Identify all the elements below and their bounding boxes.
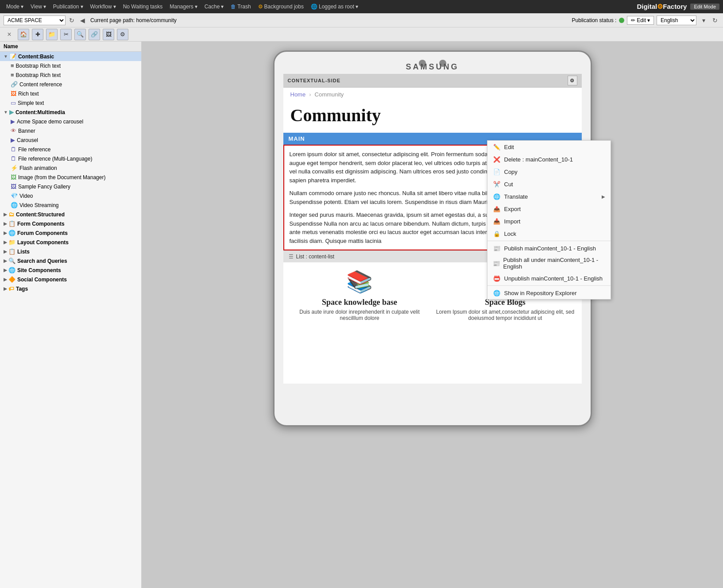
edit-page-button[interactable]: ✏ Edit ▾ [627, 16, 654, 25]
ctx-copy[interactable]: 📄 Copy [487, 165, 611, 178]
lang-refresh-icon[interactable]: ↻ [711, 16, 719, 25]
sidebar-item-rich-text[interactable]: 🖼 Rich text [0, 89, 141, 98]
sidebar-item-content-multimedia[interactable]: ▼ ▶ Content:Multimedia [0, 108, 141, 117]
sidebar-item-flash[interactable]: ⚡ Flash animation [0, 163, 141, 173]
ctx-publish-all[interactable]: 📰 Publish all under mainContent_10-1 - E… [487, 254, 611, 272]
acme-carousel-icon: ▶ [11, 118, 15, 125]
ctx-export-icon: 📤 [493, 205, 501, 213]
sidebar-item-layout-components[interactable]: ▶ 📁 Layout Components [0, 238, 141, 247]
ctx-delete[interactable]: ❌ Delete : mainContent_10-1 [487, 153, 611, 165]
ctx-unpublish-label: Unpublish mainContent_10-1 - English [504, 275, 603, 282]
app-logo: Digital⚙Factory [637, 3, 687, 11]
navigate-back-icon[interactable]: ◀ [78, 16, 87, 25]
view-label: View [31, 4, 42, 10]
cut-icon[interactable]: ✂ [60, 29, 72, 40]
ctx-repo-icon: 🌐 [493, 289, 501, 297]
sidebar-item-file-ref[interactable]: 🗒 File reference [0, 145, 141, 154]
ctx-translate[interactable]: 🌐 Translate ▶ [487, 190, 611, 203]
sidebar-item-carousel[interactable]: ▶ Carousel [0, 135, 141, 145]
ctx-lock[interactable]: 🔒 Lock [487, 227, 611, 240]
ctx-edit-label: Edit [504, 144, 514, 150]
image-icon[interactable]: 🖼 [103, 29, 114, 40]
expand-search-icon: ▶ [4, 258, 7, 263]
lang-arrow-icon[interactable]: ▾ [699, 16, 708, 25]
bgj-icon: ⚙ [258, 4, 263, 10]
zoom-icon[interactable]: 🔍 [74, 29, 86, 40]
sidebar-item-content-basic[interactable]: ▼ 📝 Content:Basic [0, 52, 141, 61]
settings-icon[interactable]: ⚙ [117, 29, 128, 40]
rich-text-label: Rich text [18, 91, 39, 97]
site-icon: 🌐 [8, 267, 15, 273]
workflow-menu[interactable]: Workflow ▾ [88, 3, 119, 11]
new-node-icon[interactable]: 🏠 [18, 29, 29, 40]
knowledge-base-text: Duis aute irure dolor inreprehenderit in… [290, 309, 429, 321]
sidebar-item-forum-components[interactable]: ▶ 🌐 Forum Components [0, 228, 141, 238]
refresh-icon[interactable]: ↻ [67, 16, 76, 25]
simple-text-icon: ▭ [11, 100, 16, 106]
sidebar-item-acme-carousel[interactable]: ▶ Acme Space demo carousel [0, 117, 141, 126]
cache-arrow: ▾ [221, 4, 224, 10]
mode-menu[interactable]: Mode ▾ [4, 3, 26, 11]
edit-arrow: ▾ [647, 17, 650, 23]
space-dropdown[interactable]: ACME SPACE [4, 15, 66, 25]
sidebar-item-simple-text[interactable]: ▭ Simple text [0, 98, 141, 108]
link-icon[interactable]: 🔗 [89, 29, 100, 40]
language-selector[interactable]: English [657, 15, 696, 25]
ctx-export[interactable]: 📤 Export [487, 203, 611, 215]
sidebar-item-content-reference[interactable]: 🔗 Content reference [0, 80, 141, 89]
contextual-settings-icon[interactable]: ⚙ [568, 76, 577, 85]
video-label: Video [19, 193, 33, 199]
ctx-edit[interactable]: ✏️ Edit [487, 141, 611, 153]
sidebar-item-fancy-gallery[interactable]: 🖼 Sample Fancy Gallery [0, 182, 141, 191]
ctx-translate-label: Translate [504, 193, 528, 200]
flash-icon: ⚡ [11, 165, 18, 171]
gallery-label: Sample Fancy Gallery [18, 184, 70, 190]
publication-menu[interactable]: Publication ▾ [50, 3, 86, 11]
content-area: SAMSUNG CONTEXTUAL-SIDE ⚙ Home › Communi… [142, 42, 723, 588]
gallery-icon: 🖼 [11, 183, 16, 190]
ctx-cut[interactable]: ✂️ Cut [487, 178, 611, 190]
sidebar-item-search-queries[interactable]: ▶ 🔍 Search and Queries [0, 256, 141, 265]
expand-form-icon: ▶ [4, 221, 7, 226]
expand-arrow-icon: ▼ [4, 54, 8, 59]
sidebar-item-lists[interactable]: ▶ 📋 Lists [0, 247, 141, 256]
ctx-show-repo[interactable]: 🌐 Show in Repository Explorer [487, 287, 611, 299]
edit-mode-badge: Edit Mode [690, 4, 719, 10]
view-menu[interactable]: View ▾ [28, 3, 49, 11]
ctx-publish[interactable]: 📰 Publish mainContent_10-1 - English [487, 242, 611, 254]
sidebar-item-tags[interactable]: ▶ 🏷 Tags [0, 284, 141, 293]
managers-menu[interactable]: Managers ▾ [167, 3, 200, 11]
close-button[interactable]: × [4, 29, 15, 40]
content-basic-icon: 📝 [9, 53, 16, 60]
user-arrow: ▾ [356, 4, 358, 10]
background-jobs[interactable]: ⚙ Background jobs [255, 3, 306, 11]
sidebar-item-bootstrap-rich-1[interactable]: ≡ Bootstrap Rich text [0, 61, 141, 70]
sidebar-item-banner[interactable]: 👁 Banner [0, 126, 141, 135]
new-content-icon[interactable]: ✚ [32, 29, 43, 40]
ctx-unpublish[interactable]: 📛 Unpublish mainContent_10-1 - English [487, 272, 611, 284]
sidebar-item-form-components[interactable]: ▶ 📋 Form Components [0, 219, 141, 228]
sidebar-item-bootstrap-rich-2[interactable]: ≡ Bootstrap Rich text [0, 70, 141, 80]
sidebar-item-file-ref-multi[interactable]: 🗒 File reference (Multi-Language) [0, 154, 141, 163]
new-folder-icon[interactable]: 📁 [46, 29, 58, 40]
trash-icon: 🗑 [231, 4, 236, 10]
cache-menu[interactable]: Cache ▾ [202, 3, 227, 11]
mode-arrow: ▾ [21, 4, 23, 10]
sidebar-item-site-components[interactable]: ▶ 🌐 Site Components [0, 265, 141, 275]
sidebar-item-content-structured[interactable]: ▶ 🗂 Content:Structured [0, 210, 141, 219]
logged-as[interactable]: 🌐 Logged as root ▾ [308, 3, 361, 11]
breadcrumb-home-link[interactable]: Home [290, 91, 306, 98]
space-selector[interactable]: ACME SPACE ↻ ◀ [4, 15, 87, 25]
carousel-label: Carousel [17, 137, 38, 143]
phone-brand: SAMSUNG [406, 62, 459, 72]
sidebar-item-social-components[interactable]: ▶ 🔶 Social Components [0, 275, 141, 284]
ctx-import[interactable]: 📥 Import [487, 215, 611, 227]
trash-button[interactable]: 🗑 Trash [228, 3, 253, 11]
tags-label: Tags [16, 286, 28, 292]
sidebar-item-video-streaming[interactable]: 🌐 Video Streaming [0, 200, 141, 210]
list-item-knowledge-base[interactable]: 📚 Space knowledge base Duis aute irure d… [290, 269, 429, 321]
sidebar-item-video[interactable]: 💎 Video [0, 191, 141, 200]
expand-structured-icon: ▶ [4, 212, 7, 217]
sidebar-item-image[interactable]: 🖼 Image (from the Document Manager) [0, 173, 141, 182]
ctx-repo-label: Show in Repository Explorer [504, 290, 577, 296]
